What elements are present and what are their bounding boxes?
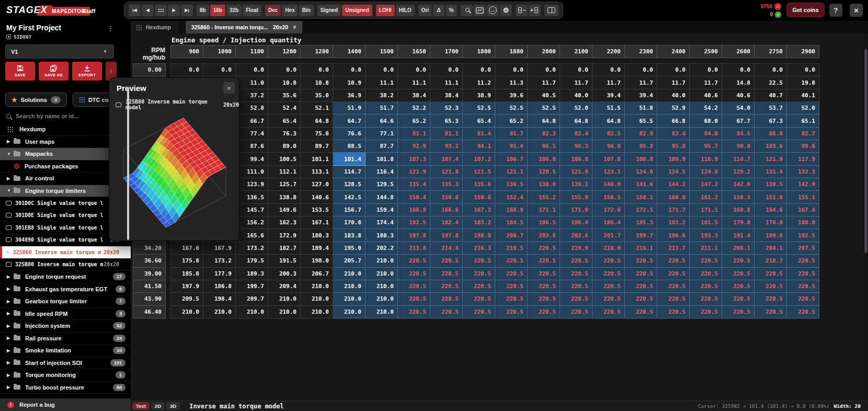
table-cell[interactable]: 218.7	[755, 255, 787, 267]
table-cell[interactable]: 131.4	[755, 166, 787, 178]
table-cell[interactable]: 40.6	[690, 89, 722, 102]
table-cell[interactable]: 202.2	[366, 242, 398, 255]
col-header-1650[interactable]: 1650	[398, 45, 430, 58]
table-cell[interactable]: 66.8	[657, 115, 690, 127]
chart-button[interactable]	[474, 5, 486, 16]
table-cell[interactable]: 66.7	[236, 115, 268, 127]
table-cell[interactable]: 220.5	[657, 280, 690, 293]
col-header-1280[interactable]: 1280	[301, 45, 333, 58]
tree-folder-torque-monitoring[interactable]: ▶Torque monitoring1	[0, 369, 131, 382]
tree-folder-rail-pressure[interactable]: ▶Rail pressure24	[0, 333, 131, 345]
table-cell[interactable]: 186.5	[528, 216, 560, 229]
table-cell[interactable]: 156.2	[236, 216, 268, 229]
table-cell[interactable]: 52.3	[430, 102, 463, 115]
table-cell[interactable]: 156.7	[333, 204, 366, 216]
table-cell[interactable]: 165.6	[236, 229, 268, 242]
table-cell[interactable]: 0.0	[171, 64, 203, 76]
table-cell[interactable]: 116.4	[366, 166, 398, 178]
table-cell[interactable]: 68.0	[690, 115, 722, 127]
table-cell[interactable]: 210.0	[366, 280, 398, 293]
table-cell[interactable]: 185.8	[171, 268, 203, 280]
table-cell[interactable]: 171.1	[528, 204, 560, 216]
table-cell[interactable]: 200.7	[495, 229, 528, 242]
table-cell[interactable]: 220.5	[625, 306, 657, 318]
table-cell[interactable]: 65.4	[268, 115, 301, 127]
table-cell[interactable]: 84.0	[690, 128, 722, 140]
table-cell[interactable]: 114.7	[333, 166, 366, 178]
table-cell[interactable]: 10.9	[333, 76, 366, 89]
table-cell[interactable]: 220.5	[722, 255, 755, 267]
row-header[interactable]: 34.20	[133, 242, 166, 255]
split-view-button[interactable]	[544, 5, 558, 16]
table-cell[interactable]: 220.5	[592, 268, 625, 280]
table-cell[interactable]: 170.8	[333, 216, 366, 229]
table-cell[interactable]: 189.4	[301, 242, 333, 255]
table-cell[interactable]: 167.4	[787, 204, 819, 216]
col-header-1500[interactable]: 1500	[366, 45, 398, 58]
table-cell[interactable]: 220.5	[398, 306, 430, 318]
table-cell[interactable]: 136.5	[236, 191, 268, 203]
table-cell[interactable]: 52.2	[398, 102, 430, 115]
table-cell[interactable]: 76.3	[268, 128, 301, 140]
table-cell[interactable]: 155.2	[528, 191, 560, 203]
table-cell[interactable]: 220.5	[625, 280, 657, 293]
table-cell[interactable]: 147.2	[690, 178, 722, 191]
table-cell[interactable]: 220.5	[787, 293, 819, 305]
table-cell[interactable]: 140.0	[592, 178, 625, 191]
table-cell[interactable]: 162.3	[268, 216, 301, 229]
table-cell[interactable]: 197.9	[171, 280, 203, 293]
table-cell[interactable]: 181.5	[690, 216, 722, 229]
table-cell[interactable]: 153.5	[301, 204, 333, 216]
table-cell[interactable]: 210.0	[333, 306, 366, 318]
table-cell[interactable]: 52.9	[657, 102, 690, 115]
table-cell[interactable]: 220.5	[495, 280, 528, 293]
table-cell[interactable]: 54.0	[722, 102, 755, 115]
col-header-2100[interactable]: 2100	[560, 45, 592, 58]
col-header-2600[interactable]: 2600	[722, 45, 755, 58]
tree-folder-engine-torque-request[interactable]: ▶Engine torque request17	[0, 271, 131, 283]
table-cell[interactable]: 220.5	[398, 280, 430, 293]
table-cell[interactable]: 64.7	[333, 115, 366, 127]
table-cell[interactable]: 183.2	[463, 216, 495, 229]
table-cell[interactable]: 65.4	[463, 115, 495, 127]
table-cell[interactable]: 81.7	[495, 128, 528, 140]
table-cell[interactable]: 220.5	[495, 255, 528, 267]
table-cell[interactable]: 220.5	[560, 293, 592, 305]
table-cell[interactable]: 139.5	[755, 178, 787, 191]
size-16b-button[interactable]: 16b	[210, 5, 225, 16]
next-page-button[interactable]: ▶	[168, 5, 180, 16]
row-header[interactable]: 43.90	[133, 293, 166, 305]
table-cell[interactable]: 199.7	[236, 280, 268, 293]
table-cell[interactable]: 52.0	[787, 102, 819, 115]
col-header-1200[interactable]: 1200	[268, 45, 301, 58]
table-cell[interactable]: 40.7	[755, 89, 787, 102]
table-cell[interactable]: 11.7	[657, 76, 690, 89]
table-cell[interactable]: 210.0	[333, 268, 366, 280]
delta-button[interactable]: Δ	[433, 5, 444, 16]
table-cell[interactable]: 99.6	[787, 140, 819, 153]
table-cell[interactable]: 0.0	[657, 64, 690, 76]
table-cell[interactable]: 64.8	[301, 115, 333, 127]
table-cell[interactable]: 38.4	[398, 89, 430, 102]
table-cell[interactable]: 83.4	[657, 128, 690, 140]
table-cell[interactable]: 220.5	[398, 293, 430, 305]
hilo-button[interactable]: HILO	[396, 5, 415, 16]
table-cell[interactable]: 0.0	[722, 64, 755, 76]
table-cell[interactable]: 64.8	[528, 115, 560, 127]
table-cell[interactable]: 11.0	[236, 76, 268, 89]
table-cell[interactable]: 150.6	[463, 191, 495, 203]
row-header[interactable]: 41.50	[133, 280, 166, 293]
search-input[interactable]	[16, 113, 110, 119]
table-cell[interactable]: 210.0	[268, 306, 301, 318]
tree-folder-idle-speed-rpm[interactable]: ▶Idle speed RPM3	[0, 308, 131, 321]
table-cell[interactable]: 82.9	[625, 128, 657, 140]
col-header-2500[interactable]: 2500	[690, 45, 722, 58]
table-cell[interactable]: 125.7	[268, 178, 301, 191]
table-cell[interactable]: 0.0	[495, 64, 528, 76]
table-cell[interactable]: 135.3	[430, 178, 463, 191]
col-header-1880[interactable]: 1880	[495, 45, 528, 58]
table-cell[interactable]: 22.5	[755, 76, 787, 89]
table-cell[interactable]: 132.3	[787, 166, 819, 178]
table-cell[interactable]: 208.1	[722, 242, 755, 255]
table-cell[interactable]: 220.5	[560, 255, 592, 267]
